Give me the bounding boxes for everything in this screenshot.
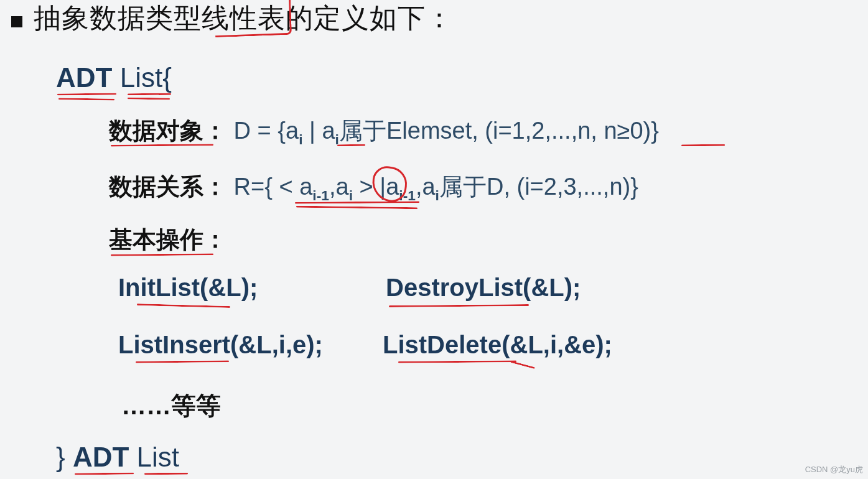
adt-name: List bbox=[120, 62, 162, 93]
annotation-box-title bbox=[214, 0, 292, 37]
annotation-underline bbox=[57, 93, 116, 96]
adt-close: } ADT List bbox=[56, 442, 179, 473]
op-etc: ……等等 bbox=[121, 389, 221, 423]
slide: 抽象数据类型线性表的定义如下： ADT List{ 数据对象： D = {ai … bbox=[0, 0, 868, 479]
annotation-underline bbox=[510, 361, 534, 369]
data-object-line: 数据对象： D = {ai | ai属于Elemset, (i=1,2,...,… bbox=[109, 115, 659, 148]
data-relation-text: R={ < ai-1,ai > |ai-1,ai属于D, (i=2,3,...,… bbox=[234, 174, 638, 200]
annotation-underline bbox=[137, 304, 230, 308]
annotation-underline bbox=[58, 98, 114, 100]
annotation-underline bbox=[296, 206, 418, 210]
annotation-underline bbox=[128, 93, 171, 96]
adt-name-close: List bbox=[137, 442, 179, 472]
annotation-underline bbox=[681, 144, 725, 147]
open-brace: { bbox=[162, 62, 172, 93]
bullet-icon bbox=[11, 16, 22, 27]
close-brace: } bbox=[56, 442, 65, 472]
adt-keyword-close: ADT bbox=[73, 442, 129, 472]
op-listinsert: ListInsert(&L,i,e); bbox=[118, 331, 323, 359]
data-object-label: 数据对象： bbox=[109, 118, 227, 144]
annotation-underline bbox=[389, 304, 529, 307]
annotation-underline bbox=[136, 360, 229, 363]
op-initlist: InitList(&L); bbox=[118, 274, 258, 302]
adt-open: ADT List{ bbox=[56, 62, 172, 93]
adt-keyword: ADT bbox=[56, 62, 112, 93]
annotation-underline bbox=[337, 144, 365, 146]
annotation-underline bbox=[128, 98, 170, 100]
watermark: CSDN @龙yu虎 bbox=[805, 464, 863, 475]
annotation-underline bbox=[75, 473, 134, 475]
data-relation-label: 数据关系： bbox=[109, 174, 227, 200]
basic-ops-label: 基本操作： bbox=[109, 224, 227, 256]
data-object-text: D = {ai | ai属于Elemset, (i=1,2,...,n, n≥0… bbox=[234, 118, 659, 144]
annotation-underline bbox=[144, 473, 188, 475]
annotation-underline bbox=[398, 360, 516, 363]
op-listdelete: ListDelete(&L,i,&e); bbox=[383, 331, 612, 359]
op-destroylist: DestroyList(&L); bbox=[386, 274, 581, 302]
annotation-underline bbox=[111, 253, 213, 256]
